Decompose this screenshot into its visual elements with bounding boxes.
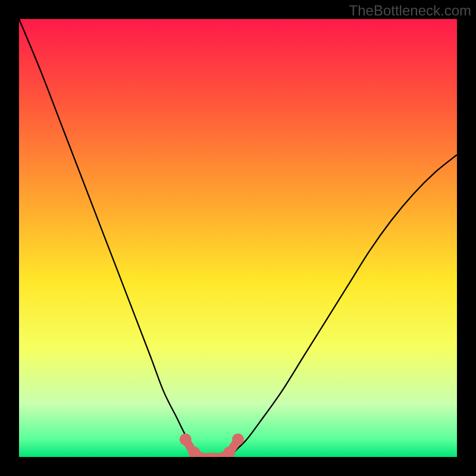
bottleneck-curve-plot (19, 19, 457, 457)
chart-container: TheBottleneck.com (0, 0, 476, 476)
red-overlay-dot (232, 434, 244, 446)
plot-frame (19, 19, 457, 457)
watermark-text: TheBottleneck.com (349, 2, 471, 19)
gradient-background (19, 19, 457, 457)
red-overlay-dot (180, 434, 192, 446)
